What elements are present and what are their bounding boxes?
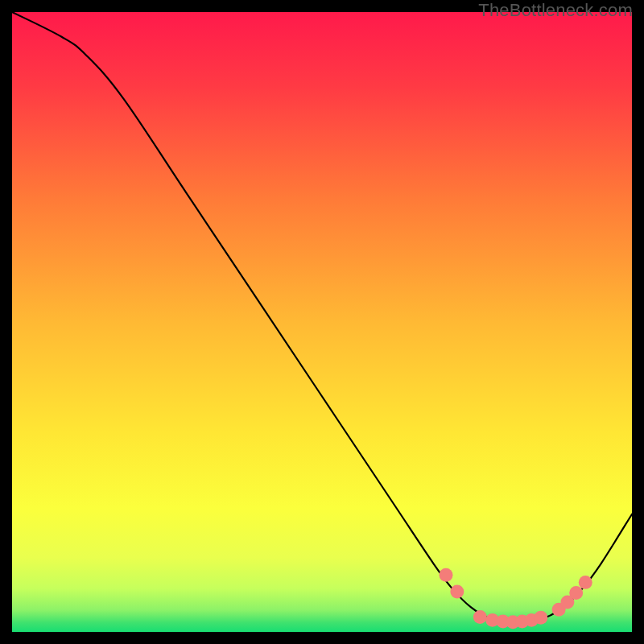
chart-svg	[12, 12, 632, 632]
plot-area	[12, 12, 632, 632]
watermark-text: TheBottleneck.com	[478, 0, 633, 21]
data-marker	[534, 611, 547, 625]
chart-frame: TheBottleneck.com	[0, 0, 644, 644]
data-marker	[569, 586, 583, 600]
gradient-bg	[12, 12, 632, 632]
data-marker	[473, 610, 487, 624]
data-marker	[579, 576, 592, 589]
data-marker	[440, 568, 453, 582]
data-marker	[450, 584, 464, 598]
